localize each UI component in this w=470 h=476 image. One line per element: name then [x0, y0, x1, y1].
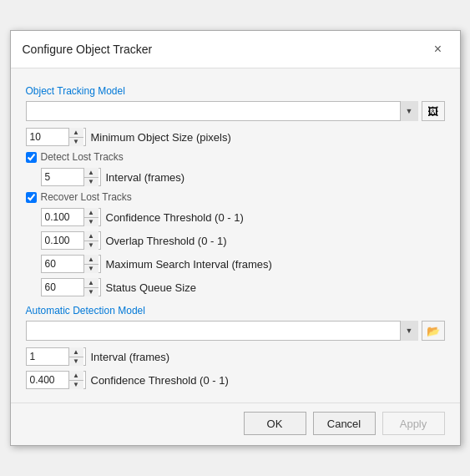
auto-interval-label: Interval (frames) [91, 351, 445, 363]
min-object-size-spinbox: ▲ ▼ [26, 128, 86, 146]
cancel-button[interactable]: Cancel [313, 412, 376, 435]
status-queue-spin-down[interactable]: ▼ [84, 288, 99, 297]
status-queue-input[interactable] [42, 279, 83, 296]
overlap-threshold-row: ▲ ▼ Overlap Threshold (0 - 1) [41, 231, 445, 250]
detect-interval-spinbox: ▲ ▼ [41, 168, 101, 186]
overlap-threshold-spinbox: ▲ ▼ [41, 231, 101, 250]
min-object-size-spin-down[interactable]: ▼ [69, 138, 83, 147]
confidence-threshold-input[interactable] [42, 209, 83, 225]
auto-interval-arrows: ▲ ▼ [68, 347, 83, 366]
status-queue-spinbox: ▲ ▼ [41, 278, 101, 296]
overlap-threshold-input[interactable] [42, 232, 83, 249]
detect-interval-spin-down[interactable]: ▼ [84, 178, 99, 187]
detect-interval-row: ▲ ▼ Interval (frames) [41, 168, 445, 186]
close-button[interactable]: × [428, 39, 448, 59]
auto-confidence-label: Confidence Threshold (0 - 1) [91, 374, 445, 387]
confidence-threshold-label: Confidence Threshold (0 - 1) [106, 211, 445, 224]
confidence-threshold-spin-down[interactable]: ▼ [84, 218, 99, 227]
max-search-interval-label: Maximum Search Interval (frames) [106, 258, 445, 271]
object-tracking-model-add-button[interactable]: 🖼 [422, 101, 445, 121]
auto-detection-model-label: Automatic Detection Model [26, 305, 445, 316]
max-search-interval-row: ▲ ▼ Maximum Search Interval (frames) [41, 255, 445, 273]
object-tracking-model-dropdown-wrapper: ▼ [26, 101, 418, 121]
overlap-threshold-label: Overlap Threshold (0 - 1) [106, 235, 445, 247]
auto-detection-model-folder-button[interactable]: 📂 [422, 321, 445, 341]
recover-lost-tracks-row: Recover Lost Tracks [26, 191, 445, 203]
min-object-size-label: Minimum Object Size (pixels) [91, 131, 445, 144]
auto-confidence-row: ▲ ▼ Confidence Threshold (0 - 1) [26, 371, 445, 389]
max-search-interval-input[interactable] [42, 256, 83, 272]
max-search-interval-spin-up[interactable]: ▲ [84, 255, 99, 265]
detect-interval-input[interactable] [42, 169, 83, 185]
auto-confidence-input[interactable] [27, 372, 68, 388]
object-tracking-model-select[interactable] [26, 101, 418, 121]
auto-confidence-spin-up[interactable]: ▲ [69, 371, 83, 381]
recover-lost-tracks-checkbox[interactable] [26, 192, 37, 203]
overlap-threshold-arrows: ▲ ▼ [83, 231, 99, 250]
configure-object-tracker-dialog: Configure Object Tracker × Object Tracki… [10, 30, 461, 446]
button-row: OK Cancel Apply [11, 403, 460, 445]
detect-interval-arrows: ▲ ▼ [83, 168, 99, 186]
auto-interval-spin-up[interactable]: ▲ [69, 347, 83, 357]
model-add-icon: 🖼 [427, 105, 438, 118]
overlap-threshold-spin-up[interactable]: ▲ [84, 231, 99, 241]
min-object-size-input[interactable] [27, 129, 68, 145]
overlap-threshold-spin-down[interactable]: ▼ [84, 241, 99, 251]
max-search-interval-arrows: ▲ ▼ [83, 255, 99, 273]
status-queue-spin-up[interactable]: ▲ [84, 278, 99, 288]
status-queue-label: Status Queue Size [106, 281, 445, 294]
auto-interval-spin-down[interactable]: ▼ [69, 357, 83, 367]
auto-detection-model-dropdown-wrapper: ▼ [26, 321, 418, 341]
detect-lost-tracks-checkbox[interactable] [26, 152, 37, 163]
object-tracking-model-row: ▼ 🖼 [26, 101, 445, 121]
min-object-size-arrows: ▲ ▼ [68, 128, 83, 146]
auto-interval-input[interactable] [27, 348, 68, 365]
auto-interval-spinbox: ▲ ▼ [26, 347, 86, 366]
folder-open-icon: 📂 [427, 325, 440, 337]
confidence-threshold-arrows: ▲ ▼ [83, 208, 99, 226]
status-queue-row: ▲ ▼ Status Queue Size [41, 278, 445, 296]
auto-confidence-arrows: ▲ ▼ [68, 371, 83, 389]
dialog-body: Object Tracking Model ▼ 🖼 ▲ ▼ Minimum [11, 68, 460, 403]
max-search-interval-spinbox: ▲ ▼ [41, 255, 101, 273]
detect-lost-tracks-row: Detect Lost Tracks [26, 151, 445, 163]
object-tracking-model-label: Object Tracking Model [26, 85, 445, 97]
confidence-threshold-row: ▲ ▼ Confidence Threshold (0 - 1) [41, 208, 445, 226]
confidence-threshold-spinbox: ▲ ▼ [41, 208, 101, 226]
detect-interval-spin-up[interactable]: ▲ [84, 168, 99, 178]
auto-detection-model-row: ▼ 📂 [26, 321, 445, 341]
auto-detection-model-select[interactable] [26, 321, 418, 341]
ok-button[interactable]: OK [244, 412, 306, 435]
auto-interval-row: ▲ ▼ Interval (frames) [26, 347, 445, 366]
auto-confidence-spinbox: ▲ ▼ [26, 371, 86, 389]
status-queue-arrows: ▲ ▼ [83, 278, 99, 296]
max-search-interval-spin-down[interactable]: ▼ [84, 265, 99, 274]
detect-lost-tracks-label: Detect Lost Tracks [41, 151, 124, 163]
auto-confidence-spin-down[interactable]: ▼ [69, 381, 83, 390]
dialog-title: Configure Object Tracker [23, 43, 153, 56]
title-bar: Configure Object Tracker × [11, 31, 460, 68]
min-object-size-row: ▲ ▼ Minimum Object Size (pixels) [26, 128, 445, 146]
min-object-size-spin-up[interactable]: ▲ [69, 128, 83, 138]
apply-button[interactable]: Apply [382, 412, 445, 435]
detect-interval-label: Interval (frames) [106, 171, 445, 184]
recover-lost-tracks-label: Recover Lost Tracks [41, 191, 132, 203]
confidence-threshold-spin-up[interactable]: ▲ [84, 208, 99, 218]
